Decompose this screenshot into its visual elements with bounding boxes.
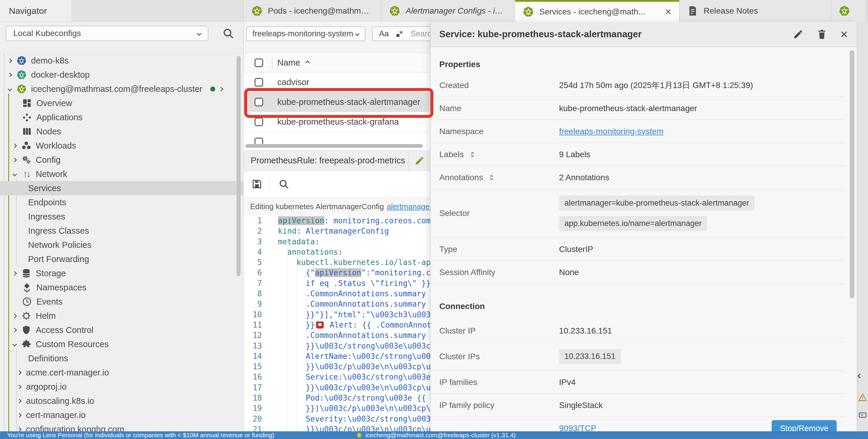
code-line: 3metadata:	[244, 237, 430, 247]
chevron-right-icon[interactable]	[12, 328, 17, 332]
match-case-icon[interactable]: Aa	[379, 29, 389, 38]
sidebar-item-nodes[interactable]: Nodes	[0, 124, 243, 139]
sidebar-item-configuration-konghq-com[interactable]: configuration.konghq.com	[0, 422, 243, 431]
table-horizontal-scrollbar[interactable]	[244, 144, 430, 148]
sidebar-item-applications[interactable]: Applications	[0, 110, 243, 124]
sidebar-item-icecheng-mathmast-com-freeleaps-cluster[interactable]: icecheng@mathmast.com@freeleaps-cluster	[0, 82, 243, 96]
sidebar-item-label: cert-manager.io	[26, 410, 86, 420]
sidebar-item-ingresses[interactable]: Ingresses	[0, 209, 243, 224]
row-checkbox[interactable]	[254, 98, 263, 106]
tab-alertmanager-configs-ice[interactable]: Alertmanager Configs - icec...	[381, 0, 515, 22]
sort-ascending-icon[interactable]	[305, 60, 310, 65]
sidebar-item-label: icecheng@mathmast.com@freeleaps-cluster	[31, 84, 203, 94]
close-icon[interactable]: ×	[665, 6, 672, 17]
column-header-name[interactable]: Name	[277, 58, 300, 68]
prometheusrule-dock-tab[interactable]: PrometheusRule: freepeals-prod-metrics	[244, 150, 430, 171]
puzzle-icon	[21, 339, 31, 349]
regex-icon[interactable]: *	[397, 29, 403, 39]
chevron-left-icon[interactable]	[858, 373, 867, 382]
save-icon[interactable]	[251, 178, 262, 190]
sidebar-item-autoscaling-k8s-io[interactable]: autoscaling.k8s.io	[0, 394, 243, 408]
tab-pods-icecheng-mathmas-[interactable]: Pods - icecheng@mathmas...	[244, 0, 381, 22]
table-row-kube-prometheus-stack-grafana[interactable]: kube-prometheus-stack-grafana	[244, 112, 430, 132]
port-link[interactable]: 9093/TCP	[559, 424, 596, 431]
sidebar-item-overview[interactable]: Overview	[0, 96, 243, 110]
detail-row-labels: Labels9 Labels	[430, 143, 845, 166]
sidebar-item-definitions[interactable]: Definitions	[0, 351, 243, 365]
chevron-right-icon[interactable]	[12, 158, 17, 162]
edit-pencil-icon[interactable]	[793, 29, 804, 40]
license-notice[interactable]: You're using Lens Personal (for individu…	[7, 432, 274, 439]
close-icon[interactable]: ×	[840, 28, 848, 41]
chevron-right-icon[interactable]	[17, 384, 22, 389]
sidebar-item-ingress-classes[interactable]: Ingress Classes	[0, 224, 243, 238]
find-icon[interactable]	[278, 178, 289, 190]
sidebar-item-storage[interactable]: Storage	[0, 266, 243, 280]
line-number: 14	[244, 351, 269, 362]
table-row[interactable]	[244, 132, 430, 144]
sidebar-item-services[interactable]: Services	[0, 181, 243, 195]
chevron-right-icon[interactable]	[17, 399, 22, 403]
sidebar-item-acme-cert-manager-io[interactable]: acme.cert-manager.io	[0, 365, 243, 380]
row-checkbox[interactable]	[254, 78, 263, 87]
chevron-right-icon[interactable]	[17, 370, 22, 375]
select-all-checkbox[interactable]	[254, 59, 263, 67]
row-checkbox[interactable]	[254, 138, 263, 144]
sidebar-item-config[interactable]: Config	[0, 153, 243, 167]
sidebar-item-port-forwarding[interactable]: Port Forwarding	[0, 252, 243, 266]
detail-value: 10.233.16.151	[559, 326, 612, 336]
sidebar-item-events[interactable]: Events	[0, 295, 243, 309]
sidebar-item-demo-k8s[interactable]: demo-k8s	[0, 54, 243, 68]
breadcrumb-link[interactable]: alertmanager	[387, 202, 430, 211]
chevron-down-icon[interactable]	[8, 87, 12, 91]
detail-value: ClusterIP	[559, 245, 593, 254]
chevron-right-icon[interactable]	[17, 413, 22, 417]
search-icon[interactable]	[222, 27, 235, 40]
kubeconfig-source-select[interactable]: Local Kubeconfigs	[6, 26, 209, 41]
sidebar-item-endpoints[interactable]: Endpoints	[0, 195, 243, 209]
sidebar-item-workloads[interactable]: Workloads	[0, 139, 243, 153]
chevron-right-icon[interactable]	[12, 143, 17, 148]
edit-pencil-icon[interactable]	[409, 156, 430, 166]
sidebar-item-docker-desktop[interactable]: docker-desktop	[0, 68, 243, 82]
sidebar-item-network[interactable]: ↑↓Network	[0, 167, 243, 181]
detail-label: Cluster IP	[439, 326, 476, 336]
yaml-editor[interactable]: 1apiVersion: monitoring.coreos.com/v12ki…	[244, 216, 430, 431]
expand-toggle-icon[interactable]	[488, 174, 495, 181]
sidebar-item-cert-manager-io[interactable]: cert-manager.io	[0, 408, 243, 422]
chevron-right-icon[interactable]	[8, 58, 12, 63]
detail-value: SingleStack	[559, 401, 603, 410]
panel-icon[interactable]	[858, 411, 867, 419]
code-line: 9 .CommonAnnotations.summary }}	[244, 299, 430, 309]
code-text: }}\u003c/p\u003e\n\u003cp\u003	[269, 424, 430, 431]
chevron-right-icon[interactable]	[12, 313, 17, 318]
sidebar-item-access-control[interactable]: Access Control	[0, 323, 243, 337]
warning-icon[interactable]	[858, 393, 867, 402]
sidebar-item-helm[interactable]: Helm	[0, 309, 243, 323]
delete-trash-icon[interactable]	[816, 29, 827, 40]
namespace-link[interactable]: freeleaps-monitoring-system	[559, 127, 663, 136]
chevron-right-icon[interactable]	[218, 87, 223, 91]
chevron-right-icon[interactable]	[17, 427, 22, 431]
sidebar-item-namespaces[interactable]: Namespaces	[0, 280, 243, 295]
code-text: kind: AlertmanagerConfig	[269, 226, 389, 236]
tab-release-notes[interactable]: Release Notes	[679, 0, 831, 22]
tab-services-icecheng-math-[interactable]: Services - icecheng@math...×	[515, 0, 679, 22]
kubernetes-icon	[839, 5, 850, 16]
sidebar-scrollbar[interactable]	[237, 56, 241, 276]
chevron-right-icon[interactable]	[12, 271, 17, 276]
tab-overflow[interactable]	[831, 0, 866, 22]
table-row-kube-prometheus-stack-alertmanager[interactable]: kube-prometheus-stack-alertmanager	[244, 92, 430, 112]
namespace-select[interactable]: freeleaps-monitoring-system	[246, 26, 365, 41]
chevron-down-icon[interactable]	[12, 342, 17, 346]
sidebar-item-custom-resources[interactable]: Custom Resources	[0, 337, 243, 351]
chevron-down-icon[interactable]	[12, 172, 17, 176]
expand-toggle-icon[interactable]	[469, 151, 476, 158]
sidebar-item-argoproj-io[interactable]: argoproj.io	[0, 380, 243, 394]
sidebar-item-network-policies[interactable]: Network Policies	[0, 238, 243, 252]
drawer-scrollbar[interactable]	[850, 50, 855, 298]
stop-remove-button[interactable]: Stop/Remove	[772, 420, 837, 432]
chevron-right-icon[interactable]	[8, 72, 12, 77]
table-row-cadvisor[interactable]: cadvisor	[244, 72, 430, 92]
row-checkbox[interactable]	[254, 117, 263, 126]
